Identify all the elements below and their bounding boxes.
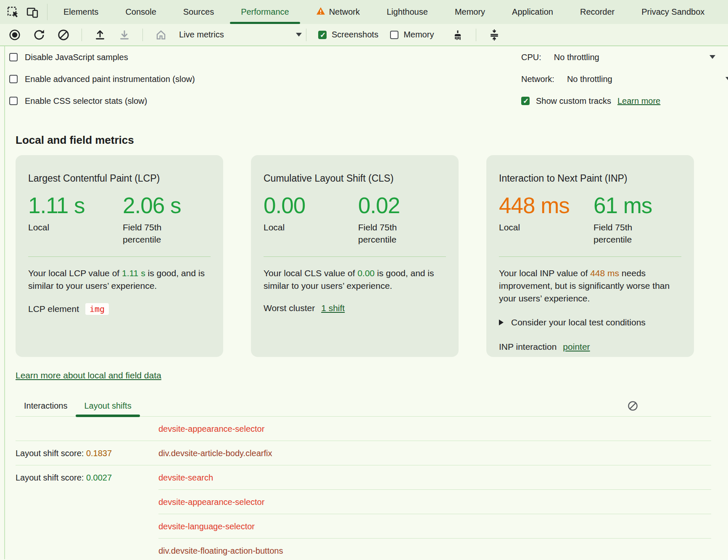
inspect-element-icon[interactable]	[7, 6, 19, 18]
checkbox-checked-icon	[318, 31, 327, 39]
clear-log-button[interactable]	[627, 400, 638, 413]
element-node-link[interactable]: div.devsite-article-body.clearfix	[158, 449, 711, 458]
lcp-card: Largest Contentful Paint (LCP) 1.11 s 2.…	[16, 155, 223, 357]
live-metrics-view: Local and field metrics Largest Contentf…	[5, 134, 728, 560]
throttling-options: CPU: No throttling Network: No throttlin…	[521, 46, 728, 112]
worst-cluster-link[interactable]: 1 shift	[321, 303, 345, 313]
tab-lighthouse[interactable]: Lighthouse	[373, 0, 441, 24]
network-throttling-select[interactable]: Network: No throttling	[521, 68, 728, 90]
tab-sources[interactable]: Sources	[170, 0, 227, 24]
divider	[82, 29, 82, 41]
record-button[interactable]	[8, 29, 21, 41]
show-custom-tracks-checkbox[interactable]: Show custom tracks	[521, 96, 611, 106]
tab-memory[interactable]: Memory	[441, 0, 499, 24]
tab-interactions[interactable]: Interactions	[16, 396, 76, 416]
divider	[306, 29, 306, 41]
cls-card: Cumulative Layout Shift (CLS) 0.00 0.02 …	[251, 155, 459, 357]
card-title: Largest Contentful Paint (LCP)	[28, 173, 211, 184]
cls-field-value: 0.02	[358, 193, 446, 218]
panel-tabs: Elements Console Sources Performance Net…	[50, 0, 718, 24]
divider	[264, 256, 446, 257]
tab-console[interactable]: Console	[112, 0, 169, 24]
tab-elements[interactable]: Elements	[50, 0, 112, 24]
element-node-link[interactable]: devsite-search	[158, 473, 711, 483]
table-row: devsite-appearance-selector	[16, 490, 711, 514]
history-dropdown[interactable]: Live metrics	[179, 30, 302, 40]
performance-toolbar: Live metrics Screenshots Memory	[0, 24, 728, 46]
reload-and-record-button[interactable]	[33, 29, 45, 41]
disclosure-triangle-icon	[499, 320, 504, 325]
element-node-link[interactable]: div.devsite-floating-action-buttons	[158, 546, 711, 556]
table-row: devsite-language-selector	[16, 514, 711, 539]
field-data-learn-more-link[interactable]: Learn more about local and field data	[16, 370, 161, 380]
page-title: Local and field metrics	[16, 134, 711, 147]
checkbox-icon	[9, 75, 18, 83]
divider	[499, 256, 681, 257]
divider	[142, 29, 143, 41]
divider	[47, 4, 47, 20]
history-dropdown-value: Live metrics	[179, 30, 224, 40]
lcp-field-value: 2.06 s	[123, 193, 211, 218]
home-icon	[155, 29, 167, 41]
record-icon	[8, 29, 21, 41]
save-profile-button[interactable]	[118, 29, 131, 41]
tab-application[interactable]: Application	[499, 0, 567, 24]
clear-icon	[627, 400, 638, 412]
card-title: Cumulative Layout Shift (CLS)	[264, 173, 446, 184]
checkbox-checked-icon	[521, 97, 530, 105]
inp-interaction-label: INP interaction	[499, 342, 557, 352]
inp-interaction-link[interactable]: pointer	[563, 342, 590, 352]
inp-field-value: 61 ms	[593, 193, 681, 218]
element-node-link[interactable]: devsite-language-selector	[158, 522, 711, 531]
lcp-local-value: 1.11 s	[28, 193, 123, 218]
collapse-icon	[488, 29, 501, 41]
broom-icon	[451, 29, 464, 41]
device-toolbar-icon[interactable]	[26, 6, 39, 18]
upload-icon	[94, 29, 106, 41]
lcp-description: Your local LCP value of 1.11 s is good, …	[28, 267, 211, 292]
metric-cards: Largest Contentful Paint (LCP) 1.11 s 2.…	[16, 155, 711, 357]
table-row: devsite-appearance-selector	[16, 417, 711, 441]
load-profile-button[interactable]	[94, 29, 106, 41]
devtools-tabbar: Elements Console Sources Performance Net…	[0, 0, 728, 24]
cpu-throttling-select[interactable]: CPU: No throttling	[521, 46, 728, 68]
screenshots-checkbox[interactable]: Screenshots	[318, 30, 378, 40]
clear-icon	[57, 29, 70, 41]
network-throttling-value: No throttling	[567, 74, 612, 84]
element-node-link[interactable]: devsite-appearance-selector	[158, 497, 711, 507]
inp-local-value: 448 ms	[499, 193, 593, 218]
collapse-panel-button[interactable]	[488, 29, 501, 41]
layout-shift-score: 0.1837	[86, 449, 112, 458]
chevron-down-icon	[296, 33, 302, 37]
reload-icon	[33, 29, 45, 41]
tab-layout-shifts[interactable]: Layout shifts	[76, 396, 140, 416]
divider	[476, 29, 476, 41]
card-title: Interaction to Next Paint (INP)	[499, 173, 681, 184]
collect-garbage-button[interactable]	[451, 29, 464, 41]
layout-shifts-list: devsite-appearance-selector Layout shift…	[16, 417, 711, 560]
custom-tracks-learn-more-link[interactable]: Learn more	[617, 96, 660, 106]
chevron-down-icon	[725, 77, 728, 81]
log-tabbar: Interactions Layout shifts	[16, 396, 711, 417]
capture-options: Disable JavaScript samples Enable advanc…	[5, 46, 728, 113]
lcp-element-node-link[interactable]: img	[85, 303, 109, 315]
checkbox-icon	[9, 53, 18, 61]
tab-privacy-sandbox[interactable]: Privacy Sandbox	[628, 0, 718, 24]
tab-performance[interactable]: Performance	[227, 0, 303, 24]
tab-network[interactable]: Network	[303, 0, 373, 24]
cls-local-value: 0.00	[264, 193, 358, 218]
cls-description: Your local CLS value of 0.00 is good, an…	[264, 267, 446, 292]
live-metrics-home-button[interactable]	[155, 29, 167, 41]
element-node-link[interactable]: devsite-appearance-selector	[158, 424, 711, 434]
local-test-conditions-disclosure[interactable]: Consider your local test conditions	[499, 317, 681, 328]
inp-card: Interaction to Next Paint (INP) 448 ms 6…	[486, 155, 694, 357]
cpu-throttling-value: No throttling	[554, 53, 599, 62]
memory-checkbox[interactable]: Memory	[390, 30, 434, 40]
tab-recorder[interactable]: Recorder	[567, 0, 628, 24]
layout-shift-score: 0.0027	[86, 473, 112, 482]
worst-cluster-label: Worst cluster	[264, 303, 315, 313]
divider	[28, 256, 211, 257]
clear-button[interactable]	[57, 29, 70, 41]
lcp-element-label: LCP element	[28, 304, 79, 314]
inp-description: Your local INP value of 448 ms needs imp…	[499, 267, 681, 305]
